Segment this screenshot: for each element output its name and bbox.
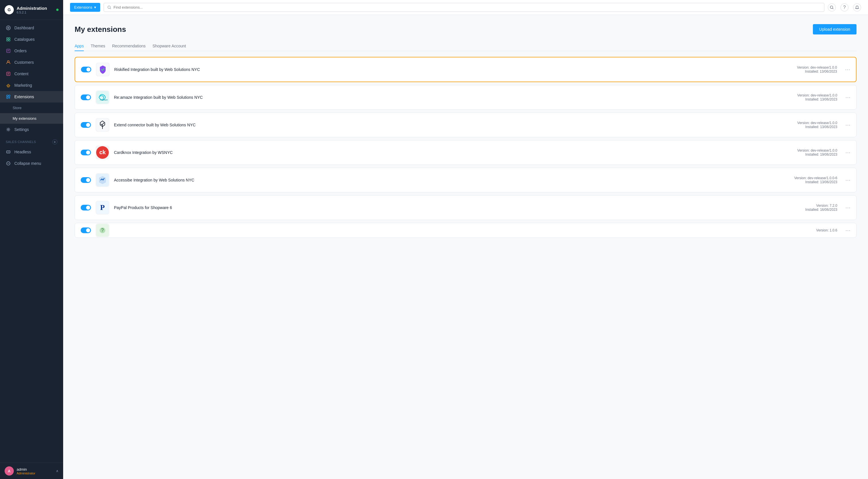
riskified-name: Riskified Integration built by Web Solut… xyxy=(114,67,793,72)
svg-line-26 xyxy=(833,8,834,9)
toggle-riskified[interactable] xyxy=(81,67,91,72)
svg-rect-3 xyxy=(9,38,10,39)
reamaze-icon: reamaze xyxy=(96,90,110,104)
sidebar-item-catalogues[interactable]: Catalogues xyxy=(0,34,63,45)
headless-label: Headless xyxy=(14,150,31,154)
svg-rect-2 xyxy=(7,38,8,39)
orders-label: Orders xyxy=(14,49,27,53)
extensions-dropdown-button[interactable]: Extensions ▾ xyxy=(70,3,100,12)
marketing-icon xyxy=(6,83,11,88)
sidebar-item-content[interactable]: Content xyxy=(0,68,63,80)
extend-more-button[interactable]: ⋯ xyxy=(845,122,850,128)
svg-rect-6 xyxy=(7,49,10,53)
unknown-more-button[interactable]: ⋯ xyxy=(845,227,850,234)
search-input[interactable] xyxy=(114,5,820,9)
dashboard-icon xyxy=(6,25,11,30)
sidebar-item-marketing[interactable]: Marketing xyxy=(0,80,63,91)
user-row[interactable]: A admin Administrator ∧ xyxy=(5,467,59,476)
svg-rect-5 xyxy=(9,40,10,41)
sidebar-item-customers[interactable]: Customers xyxy=(0,57,63,68)
my-extensions-label: My extensions xyxy=(12,116,36,121)
sidebar-item-collapse[interactable]: Collapse menu xyxy=(0,158,63,169)
accessibe-meta: Version: dev-release/1.0.0-6 Installed: … xyxy=(794,176,837,184)
extension-list: Riskified Integration built by Web Solut… xyxy=(74,57,857,241)
extension-card-unknown: ? Version: 1.0.6 ⋯ xyxy=(74,223,857,238)
extension-card-cardknox: ck Cardknox Integration by WSNYC Version… xyxy=(74,140,857,165)
store-label: Store xyxy=(12,106,22,110)
app-version: 6.5.2.1 xyxy=(17,11,47,14)
reamaze-meta: Version: dev-release/1.0.0 Installed: 13… xyxy=(797,93,837,101)
svg-rect-17 xyxy=(9,95,10,96)
extend-installed: Installed: 13/06/2023 xyxy=(797,125,837,129)
catalogues-label: Catalogues xyxy=(14,37,35,42)
svg-point-0 xyxy=(6,26,10,30)
unknown-meta: Version: 1.0.6 xyxy=(816,228,837,232)
app-logo: G xyxy=(5,5,14,14)
reamaze-more-button[interactable]: ⋯ xyxy=(845,94,850,100)
extensions-icon xyxy=(6,94,11,99)
riskified-info: Riskified Integration built by Web Solut… xyxy=(114,67,793,72)
toggle-cardknox[interactable] xyxy=(81,150,91,155)
extend-meta: Version: dev-release/1.0.0 Installed: 13… xyxy=(797,121,837,129)
extension-card-reamaze: reamaze Re:amaze Integration built by We… xyxy=(74,85,857,110)
riskified-installed: Installed: 13/06/2023 xyxy=(797,69,837,73)
add-sales-channel-button[interactable]: + xyxy=(52,139,57,145)
reamaze-installed: Installed: 13/06/2023 xyxy=(797,97,837,101)
user-name: admin xyxy=(17,467,35,472)
unknown-icon: ? xyxy=(96,223,110,237)
toggle-accessibe[interactable] xyxy=(81,177,91,183)
accessibe-more-button[interactable]: ⋯ xyxy=(845,177,850,183)
riskified-more-button[interactable]: ⋯ xyxy=(845,66,850,73)
search-topbar-icon[interactable] xyxy=(828,3,836,11)
sidebar-item-extensions[interactable]: Extensions xyxy=(0,91,63,102)
user-role: Administrator xyxy=(17,472,35,475)
catalogues-icon xyxy=(6,37,11,42)
collapse-icon xyxy=(6,161,11,166)
toggle-extend[interactable] xyxy=(81,122,91,128)
tab-themes[interactable]: Themes xyxy=(91,41,105,51)
svg-rect-4 xyxy=(7,40,8,41)
riskified-icon xyxy=(96,63,110,77)
cardknox-more-button[interactable]: ⋯ xyxy=(845,149,850,156)
tabs: Apps Themes Recommendations Shopware Acc… xyxy=(74,41,857,51)
dropdown-chevron-icon: ▾ xyxy=(94,5,96,9)
toggle-paypal[interactable] xyxy=(81,205,91,210)
sidebar-item-orders[interactable]: Orders xyxy=(0,45,63,57)
svg-rect-16 xyxy=(7,97,8,98)
toggle-unknown[interactable] xyxy=(81,228,91,233)
toggle-reamaze[interactable] xyxy=(81,94,91,100)
cardknox-meta: Version: dev-release/1.0.0 Installed: 19… xyxy=(797,148,837,156)
extensions-label: Extensions xyxy=(14,94,34,99)
settings-icon xyxy=(6,127,11,132)
sidebar-item-store[interactable]: Store xyxy=(0,102,63,113)
headless-icon xyxy=(6,149,11,154)
sales-channels-label: Sales Channels xyxy=(6,140,36,144)
svg-rect-28 xyxy=(96,91,109,104)
cardknox-version: Version: dev-release/1.0.0 xyxy=(797,148,837,152)
sidebar-item-dashboard[interactable]: Dashboard xyxy=(0,22,63,34)
help-icon[interactable]: ? xyxy=(840,3,848,11)
paypal-more-button[interactable]: ⋯ xyxy=(845,205,850,211)
content-icon xyxy=(6,71,11,77)
paypal-version: Version: 7.2.0 xyxy=(805,204,837,208)
status-dot xyxy=(56,9,59,11)
svg-text:?: ? xyxy=(101,228,104,233)
sidebar-item-settings[interactable]: Settings xyxy=(0,124,63,135)
svg-text:P: P xyxy=(100,203,105,212)
sidebar-item-headless[interactable]: Headless xyxy=(0,146,63,158)
tab-recommendations[interactable]: Recommendations xyxy=(112,41,146,51)
tab-shopware-account[interactable]: Shopware Account xyxy=(152,41,186,51)
reamaze-info: Re:amaze Integration built by Web Soluti… xyxy=(114,95,793,100)
svg-text:reamaze: reamaze xyxy=(100,99,107,101)
riskified-version: Version: dev-release/1.0.0 xyxy=(797,65,837,69)
sidebar-item-my-extensions[interactable]: My extensions xyxy=(0,113,63,124)
upload-extension-button[interactable]: Upload extension xyxy=(813,24,857,34)
notifications-icon[interactable] xyxy=(853,3,861,11)
cardknox-name: Cardknox Integration by WSNYC xyxy=(114,150,793,155)
topbar: Extensions ▾ ? xyxy=(63,0,868,15)
paypal-name: PayPal Products for Shopware 6 xyxy=(114,205,801,210)
sidebar-header: G Administration 6.5.2.1 xyxy=(0,0,63,20)
sales-channels-section: Sales Channels + xyxy=(0,135,63,146)
tab-apps[interactable]: Apps xyxy=(74,41,84,51)
svg-text:ck: ck xyxy=(99,149,106,155)
